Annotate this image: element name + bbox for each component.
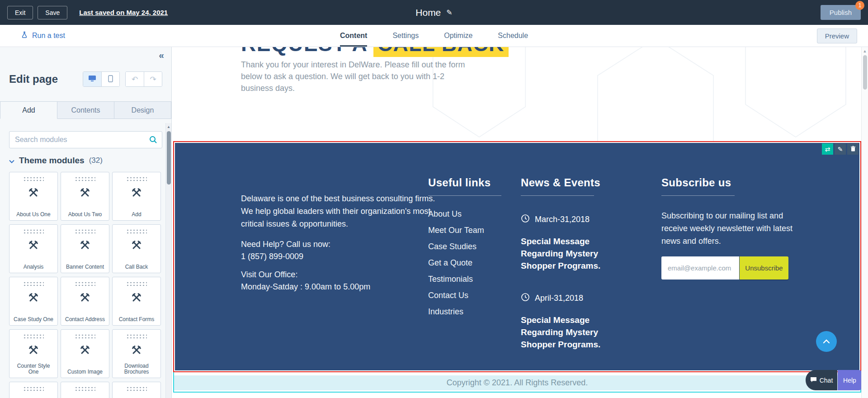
mobile-view-button[interactable] [101,72,119,86]
module-card[interactable]: About Us One [9,172,58,221]
intro-paragraph[interactable]: Thank you for your interest in DelWare. … [241,59,471,94]
module-card-label: Banner Content [63,264,107,270]
module-card[interactable] [112,382,161,398]
email-field[interactable] [661,256,739,280]
sidebar-scrollbar: ▲ [165,123,171,398]
copyright-bar[interactable]: Copyright © 2021. All Rights Reserved. [174,375,860,390]
chevron-down-icon [9,156,14,166]
search-input[interactable] [9,131,162,148]
canvas-scrollbar-thumb[interactable] [863,55,867,90]
drag-handle-dots-icon [126,386,147,391]
module-card[interactable]: Counter Style One [9,329,58,378]
preview-button[interactable]: Preview [817,28,857,43]
chat-button[interactable]: Chat [806,370,837,390]
delete-module-button[interactable] [847,143,859,155]
device-toggle-group [83,71,120,87]
editor-subbar: Run a test Content Settings Optimize Sch… [0,25,868,47]
footer-office-block: Visit Our Office:Monday-Satday : 9.00am … [241,269,435,293]
news-date-text: April-31,2018 [535,294,583,303]
scrollbar-up-arrow-icon[interactable]: ▲ [166,123,171,129]
news-date-row: April-31,2018 [521,293,634,304]
module-card[interactable]: Banner Content [61,224,109,273]
theme-modules-accordion[interactable]: Theme modules (32) [9,156,162,166]
run-a-test-link[interactable]: Run a test [21,31,65,40]
subscribe-text: Subscribing to our mailing list and rece… [661,209,801,247]
tab-content[interactable]: Content [340,25,367,47]
sidebar-header: Edit page ↶ ↷ [9,72,162,86]
footer-link[interactable]: Case Studies [428,238,501,255]
module-card[interactable]: Download Brochures [112,329,161,378]
last-saved-link[interactable]: Last saved on May 24, 2021 [79,9,168,16]
footer-link[interactable]: Contact Us [428,287,501,303]
footer-link[interactable]: About Us [428,206,501,222]
monitor-icon [88,75,96,83]
theme-modules-title: Theme modules [19,156,85,166]
drag-handle-dots-icon [23,334,44,339]
module-card-label: About Us Two [63,212,107,218]
clock-icon [521,293,530,304]
hero-heading[interactable]: REQUEST A CALL BACK [241,47,509,54]
news-date-row: March-31,2018 [521,214,634,225]
run-a-test-label: Run a test [32,32,65,40]
module-card[interactable]: Case Study One [9,277,58,326]
module-card[interactable] [9,382,58,398]
footer-link[interactable]: Industries [428,303,501,320]
module-card-label: Add [114,212,159,218]
footer-module-selected[interactable]: ⇄ ✎ Delaware is one of the best business… [173,141,861,372]
editor-tabs: Content Settings Optimize Schedule [340,25,528,47]
unsubscribe-button[interactable]: Unsubscribe [740,256,788,280]
sidebar-tab-design[interactable]: Design [114,101,171,119]
footer-phone[interactable]: 1 (857) 899-0009 [241,252,303,261]
news-text[interactable]: Special Message Regarding Mystery Shoppe… [521,235,632,272]
tab-optimize[interactable]: Optimize [444,25,472,47]
module-tools-icon [79,187,91,200]
sidebar-tab-add[interactable]: Add [0,101,57,119]
module-card[interactable]: Contact Address [61,277,109,326]
footer-about-column: Delaware is one of the best business con… [241,192,435,293]
footer-about-text: Delaware is one of the best business con… [241,192,435,230]
desktop-view-button[interactable] [83,72,101,86]
phone-icon [108,75,113,84]
save-button[interactable]: Save [38,6,67,19]
footer-link[interactable]: Testimonials [428,271,501,287]
publish-button[interactable]: Publish [821,5,861,20]
module-card[interactable]: Analysis [9,224,58,273]
module-card[interactable]: Call Back [112,224,161,273]
footer-news-title: News & Events [521,176,634,189]
history-group: ↶ ↷ [125,71,162,87]
undo-button[interactable]: ↶ [126,72,144,86]
drag-handle-dots-icon [75,281,95,286]
drag-handle-dots-icon [75,386,95,391]
footer-link[interactable]: Get a Quote [428,255,501,271]
search-icon[interactable] [149,136,157,146]
help-button[interactable]: Help [838,370,862,390]
redo-button[interactable]: ↷ [144,72,162,86]
hero-heading-prefix: REQUEST A [241,47,373,56]
drag-handle-dots-icon [75,229,95,234]
news-text[interactable]: Special Message Regarding Mystery Shoppe… [521,314,632,351]
module-card[interactable]: Contact Forms [112,277,161,326]
drag-handle-dots-icon [75,176,95,181]
module-card[interactable]: Add [112,172,161,221]
sidebar-title: Edit page [9,73,58,85]
exit-button[interactable]: Exit [7,6,33,19]
collapse-sidebar-icon[interactable]: « [159,50,164,61]
module-card-label: Counter Style One [11,363,56,375]
module-search [9,131,162,148]
footer-link[interactable]: Meet Our Team [428,222,501,238]
sidebar-tab-contents[interactable]: Contents [57,101,114,119]
scroll-to-top-button[interactable] [816,331,837,352]
module-card[interactable]: About Us Two [61,172,109,221]
clone-module-button[interactable]: ⇄ [822,143,833,155]
footer-subscribe-column: Subscribe us Subscribing to our mailing … [661,176,802,280]
edit-module-button[interactable]: ✎ [835,143,846,155]
module-card[interactable] [61,382,109,398]
theme-modules-count: (32) [89,156,103,165]
scrollbar-up-arrow-icon[interactable]: ▲ [862,47,868,53]
edit-title-pencil-icon[interactable]: ✎ [446,8,452,17]
tab-schedule[interactable]: Schedule [498,25,528,47]
module-card[interactable]: Custom Image [61,329,109,378]
drag-handle-dots-icon [126,334,147,339]
tab-settings[interactable]: Settings [392,25,419,47]
sidebar-scrollbar-thumb[interactable] [167,131,171,185]
